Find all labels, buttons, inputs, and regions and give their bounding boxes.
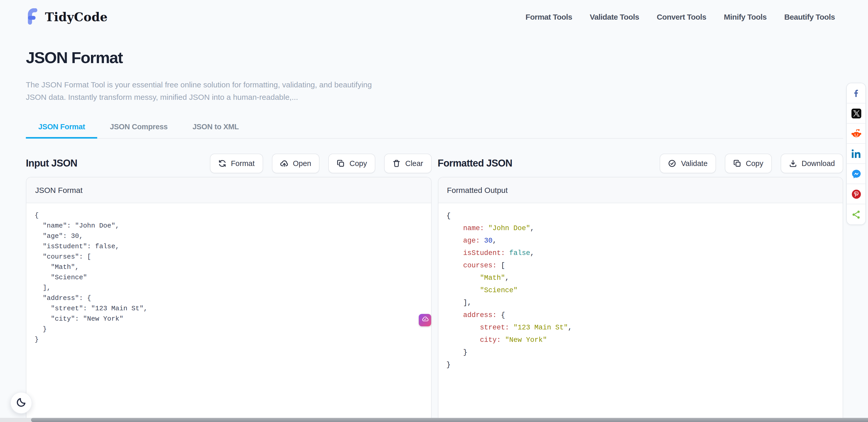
share-nodes-button[interactable] [847, 204, 865, 224]
copy-input-button-label: Copy [349, 159, 367, 168]
json-input-editor[interactable]: { "name": "John Doe", "age": 30, "isStud… [26, 203, 431, 422]
clear-button[interactable]: Clear [384, 154, 431, 173]
share-sidebar [846, 83, 866, 225]
input-column: Input JSON Format [26, 154, 431, 422]
messenger-icon [851, 168, 862, 179]
clear-button-label: Clear [405, 159, 423, 168]
download-button[interactable]: Download [780, 154, 843, 173]
output-panel-title: Formatted Output [438, 177, 843, 203]
download-icon [788, 159, 797, 168]
refresh-icon [218, 159, 226, 168]
tab-json-to-xml[interactable]: JSON to XML [180, 123, 251, 139]
page-description: The JSON Format Tool is your essential f… [26, 79, 373, 103]
output-toolbar: Formatted JSON Validate [438, 154, 843, 173]
output-buttons: Validate Copy [660, 154, 843, 173]
top-bar: TidyCode Format Tools Validate Tools Con… [0, 0, 868, 33]
input-panel-title: JSON Format [26, 177, 431, 203]
x-twitter-share-button[interactable] [847, 103, 865, 124]
validate-button[interactable]: Validate [660, 154, 716, 173]
trash-icon [392, 159, 401, 168]
download-button-label: Download [802, 159, 835, 168]
nav-validate-tools[interactable]: Validate Tools [590, 12, 639, 21]
input-buttons: Format Open [210, 154, 431, 173]
main-content: JSON Format The JSON Format Tool is your… [0, 49, 868, 422]
share-nodes-icon [851, 209, 861, 219]
copy-icon [337, 159, 345, 168]
nav-minify-tools[interactable]: Minify Tools [724, 12, 767, 21]
format-button[interactable]: Format [210, 154, 263, 173]
dark-mode-toggle[interactable] [10, 392, 32, 414]
tab-json-compress[interactable]: JSON Compress [97, 123, 180, 139]
linkedin-icon [851, 148, 861, 159]
output-panel: Formatted Output { name: "John Doe", age… [438, 177, 843, 422]
input-panel: JSON Format { "name": "John Doe", "age":… [26, 177, 431, 422]
nav-beautify-tools[interactable]: Beautify Tools [784, 12, 835, 21]
check-circle-icon [668, 159, 677, 168]
copy-output-button-label: Copy [746, 159, 763, 168]
moon-icon [16, 397, 26, 409]
open-button-label: Open [293, 159, 311, 168]
editor-columns: Input JSON Format [26, 154, 843, 422]
copy-output-button[interactable]: Copy [724, 154, 772, 173]
format-button-label: Format [231, 159, 255, 168]
reddit-icon [851, 128, 862, 139]
page-title: JSON Format [26, 49, 843, 67]
pinterest-icon [851, 188, 862, 199]
output-column: Formatted JSON Validate [438, 154, 843, 422]
linkedin-share-button[interactable] [847, 144, 865, 164]
page: TidyCode Format Tools Validate Tools Con… [0, 0, 868, 422]
nav-format-tools[interactable]: Format Tools [526, 12, 572, 21]
input-section-title: Input JSON [26, 158, 77, 169]
tool-tabs: JSON Format JSON Compress JSON to XML [26, 123, 843, 139]
open-button[interactable]: Open [272, 154, 319, 173]
brand-f-icon [26, 8, 40, 25]
input-toolbar: Input JSON Format [26, 154, 431, 173]
x-twitter-icon [851, 108, 861, 118]
extension-badge[interactable] [419, 314, 431, 326]
facebook-share-button[interactable] [847, 83, 865, 103]
messenger-share-button[interactable] [847, 164, 865, 184]
brand-logo[interactable]: TidyCode [26, 8, 108, 25]
pinterest-share-button[interactable] [847, 184, 865, 204]
reddit-share-button[interactable] [847, 124, 865, 144]
horizontal-scrollbar-track [0, 418, 868, 422]
facebook-icon [851, 88, 861, 98]
cloud-link-icon [421, 315, 429, 326]
tab-json-format[interactable]: JSON Format [26, 123, 97, 139]
upload-cloud-icon [280, 159, 288, 168]
formatted-code: { name: "John Doe", age: 30, isStudent: … [438, 203, 843, 378]
brand-name: TidyCode [45, 9, 108, 24]
main-nav: Format Tools Validate Tools Convert Tool… [526, 12, 835, 21]
nav-convert-tools[interactable]: Convert Tools [657, 12, 707, 21]
copy-input-button[interactable]: Copy [328, 154, 375, 173]
validate-button-label: Validate [681, 159, 708, 168]
output-section-title: Formatted JSON [438, 158, 512, 169]
copy-icon [733, 159, 741, 168]
horizontal-scrollbar-thumb[interactable] [31, 418, 868, 422]
